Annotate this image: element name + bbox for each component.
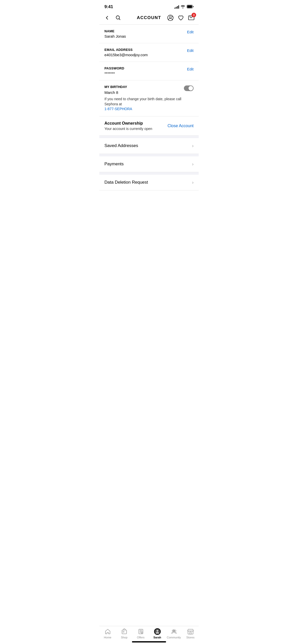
email-section: EMAIL ADDRESS e4015be3@moodjoy.com Edit — [99, 43, 199, 62]
cart-button[interactable]: 3 — [188, 14, 195, 21]
name-value: Sarah Jonas — [104, 34, 183, 38]
name-edit-button[interactable]: Edit — [183, 29, 194, 34]
birthday-label: MY BIRTHDAY — [104, 85, 194, 89]
svg-rect-1 — [187, 5, 192, 8]
saved-addresses-chevron-icon: › — [192, 143, 194, 149]
name-section: NAME Sarah Jonas Edit — [99, 25, 199, 43]
birthday-section: MY BIRTHDAY March 8 If you need to chang… — [99, 80, 199, 116]
password-section: PASSWORD ******* Edit — [99, 62, 199, 80]
data-deletion-label: Data Deletion Request — [104, 180, 148, 185]
birthday-note-text: If you need to change your birth date, p… — [104, 97, 181, 106]
email-edit-button[interactable]: Edit — [183, 48, 194, 53]
status-bar: 9:41 — [99, 0, 199, 12]
name-info: NAME Sarah Jonas — [104, 29, 183, 38]
battery-icon — [187, 5, 194, 9]
wifi-icon — [181, 5, 185, 9]
section-divider-2 — [99, 154, 199, 156]
nav-right: 3 — [174, 14, 195, 21]
data-deletion-item[interactable]: Data Deletion Request › — [99, 175, 199, 191]
account-ownership-section: Account Ownership Your account is curren… — [99, 116, 199, 136]
birthday-toggle-knob — [188, 86, 193, 91]
back-button[interactable] — [103, 14, 111, 21]
password-label: PASSWORD — [104, 66, 183, 70]
ownership-title: Account Ownership — [104, 121, 164, 126]
nav-left — [103, 14, 124, 21]
payments-chevron-icon: › — [192, 162, 194, 167]
section-divider-3 — [99, 172, 199, 175]
nav-header: ACCOUNT 3 — [99, 12, 199, 25]
svg-point-4 — [169, 16, 171, 18]
profile-button[interactable] — [167, 14, 174, 21]
close-account-button[interactable]: Close Account — [164, 124, 194, 128]
search-button[interactable] — [115, 14, 122, 21]
data-deletion-chevron-icon: › — [192, 180, 194, 185]
birthday-phone-link[interactable]: 1-877-SEPHORA — [104, 107, 132, 111]
cart-badge: 3 — [192, 13, 196, 17]
email-label: EMAIL ADDRESS — [104, 48, 183, 52]
password-edit-button[interactable]: Edit — [183, 66, 194, 71]
name-label: NAME — [104, 29, 183, 33]
password-info: PASSWORD ******* — [104, 66, 183, 76]
saved-addresses-item[interactable]: Saved Addresses › — [99, 138, 199, 154]
password-value: ******* — [104, 71, 183, 76]
signal-bars-icon — [174, 5, 179, 9]
email-info: EMAIL ADDRESS e4015be3@moodjoy.com — [104, 48, 183, 57]
ownership-status: Your account is currently open — [104, 127, 164, 131]
ownership-info: Account Ownership Your account is curren… — [104, 121, 164, 131]
page-title: ACCOUNT — [124, 15, 174, 20]
birthday-note: If you need to change your birth date, p… — [104, 97, 194, 112]
wishlist-button[interactable] — [178, 14, 184, 21]
saved-addresses-label: Saved Addresses — [104, 143, 138, 148]
section-divider-1 — [99, 136, 199, 138]
payments-label: Payments — [104, 162, 124, 167]
email-value: e4015be3@moodjoy.com — [104, 53, 183, 57]
status-time: 9:41 — [104, 4, 113, 9]
content-area: NAME Sarah Jonas Edit EMAIL ADDRESS e401… — [99, 25, 199, 216]
birthday-toggle[interactable] — [184, 85, 194, 91]
birthday-date: March 8 — [104, 90, 194, 95]
payments-item[interactable]: Payments › — [99, 156, 199, 172]
status-icons — [174, 5, 194, 9]
